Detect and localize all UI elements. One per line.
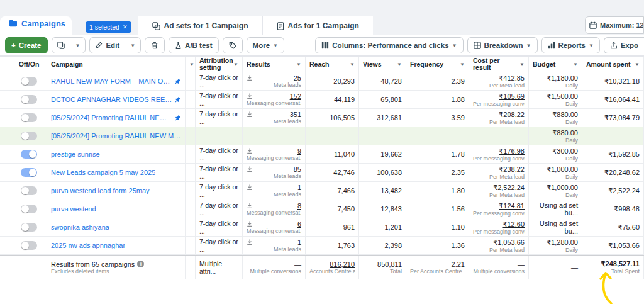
column-header-reach[interactable]: Reach▼	[306, 57, 359, 72]
cell-chart	[186, 72, 196, 90]
table-row: purva westend lead form 25may7-day click…	[0, 182, 644, 200]
cell-off-on	[11, 145, 47, 163]
download-icon[interactable]	[247, 239, 253, 245]
column-header-campaign[interactable]: Campaign	[47, 57, 186, 72]
ab-test-button[interactable]: A/B test	[169, 37, 218, 53]
create-button[interactable]: + Create	[5, 37, 48, 53]
campaign-name-link[interactable]: 2025 nw ads apnnaghar	[51, 242, 181, 249]
campaign-name-link[interactable]: purva westend	[51, 205, 181, 213]
results-value[interactable]: 9	[297, 147, 301, 155]
date-range-button[interactable]: Maximum: 12 Ma	[585, 16, 644, 34]
campaign-toggle[interactable]	[21, 95, 37, 104]
cell-attribution: 7-day click or ...	[196, 91, 243, 108]
reach-value: 7,450	[309, 205, 355, 213]
cost-per-result-value[interactable]: ₹105.69	[473, 93, 525, 101]
download-icon[interactable]	[247, 148, 253, 154]
tag-button[interactable]	[223, 37, 243, 53]
cell-frequency: —	[406, 127, 469, 145]
cost-per-result-value[interactable]: ₹12.60	[473, 220, 525, 228]
columns-button[interactable]: Columns: Performance and clicks ▼	[315, 37, 463, 53]
results-value[interactable]: 152	[290, 93, 301, 100]
budget-value: ₹880.00	[533, 129, 578, 137]
duplicate-button[interactable]	[52, 38, 70, 53]
chevron-down-icon: ▼	[130, 43, 135, 48]
campaign-name-link[interactable]: [05/25/2024] Promoting RAHUL NEW MAY ...	[51, 132, 181, 140]
campaigns-table: Off/OnCampaign▼Attribution setting▼Resul…	[0, 56, 644, 279]
campaign-name-link[interactable]: prestige sunrise	[51, 150, 181, 158]
export-button[interactable]: Expo	[604, 37, 644, 53]
budget-sublabel: Daily	[533, 82, 578, 89]
cell-budget: ₹880.00Daily	[529, 127, 582, 145]
campaign-toggle[interactable]	[21, 241, 37, 250]
campaign-toggle[interactable]	[21, 113, 37, 122]
campaign-toggle[interactable]	[21, 77, 37, 86]
selected-count-badge[interactable]: 1 selected ✕	[86, 21, 131, 33]
frequency-value: 1.78	[410, 150, 465, 158]
chevron-down-icon: ▼	[589, 43, 594, 48]
column-header-results[interactable]: Results▼	[243, 57, 306, 72]
amount-spent-value: ₹1,053.66	[586, 242, 640, 250]
clear-selection-icon[interactable]: ✕	[123, 24, 128, 30]
reports-button[interactable]: Reports ▼	[541, 37, 600, 53]
campaign-name-link[interactable]: purva westend lead form 25may	[51, 187, 181, 194]
download-icon[interactable]	[247, 111, 253, 118]
reach-value: 20,293	[309, 77, 355, 85]
cell-off-on	[11, 72, 47, 90]
tab-ads[interactable]: Ads for 1 Campaign	[262, 16, 373, 35]
columns-icon	[321, 42, 329, 49]
results-value[interactable]: 6	[297, 220, 301, 228]
campaign-name-link[interactable]: DCTOC APNNAGHAR VIDEOS REELS	[51, 96, 181, 103]
column-header-frequency[interactable]: Frequency▼	[406, 57, 469, 72]
delete-button[interactable]	[145, 37, 165, 53]
column-header-off-on[interactable]: Off/On	[11, 57, 47, 72]
column-header-views[interactable]: Views▼	[359, 57, 406, 72]
tab-campaigns[interactable]: Campaigns	[0, 16, 72, 35]
campaign-toggle[interactable]	[21, 150, 37, 159]
footer-off-on	[11, 256, 47, 279]
more-button[interactable]: More ▼	[247, 37, 284, 53]
budget-value: ₹300.00	[533, 147, 578, 155]
edit-menu-button[interactable]: ▼	[125, 38, 140, 53]
column-header-amount-spent[interactable]: Amount spent▼	[582, 57, 644, 72]
download-icon[interactable]	[247, 166, 253, 172]
campaign-name-link[interactable]: [05/25/2024] Promoting RAHUL NEW M...	[51, 114, 181, 121]
results-sublabel: Meta leads	[247, 82, 301, 88]
cost-per-result-value[interactable]: ₹124.81	[473, 202, 525, 210]
column-header-cost-per-result[interactable]: Cost per result▼	[469, 57, 529, 72]
campaign-name-link[interactable]: New Leads campaign 5 may 2025	[51, 169, 181, 176]
download-icon[interactable]	[247, 203, 253, 209]
cell-budget: ₹1,180.00Daily	[529, 72, 582, 90]
download-icon[interactable]	[247, 184, 253, 191]
duplicate-icon	[57, 42, 65, 49]
column-header-chart[interactable]: ▼	[186, 57, 196, 72]
campaign-toggle[interactable]	[21, 186, 37, 195]
cost-per-result-value[interactable]: ₹176.98	[473, 147, 525, 155]
folder-icon	[9, 20, 18, 27]
tab-ad-sets[interactable]: Ad sets for 1 Campaign	[138, 16, 262, 35]
campaign-name-link[interactable]: RAHUL NEW MAY FORM – MAIN ONE	[51, 77, 181, 85]
column-header-label: Off/On	[19, 61, 40, 68]
column-header-budget[interactable]: Budget▼	[529, 57, 582, 72]
column-header-attribution-setting[interactable]: Attribution setting▼	[196, 57, 243, 72]
campaign-toggle[interactable]	[21, 205, 37, 213]
download-icon[interactable]	[247, 93, 253, 99]
row-gutter	[0, 127, 11, 145]
views-value: —	[363, 132, 402, 140]
results-value[interactable]: 8	[297, 202, 301, 210]
campaign-toggle[interactable]	[21, 223, 37, 232]
breakdown-button[interactable]: Breakdown ▼	[467, 37, 538, 53]
cost-per-result-sublabel: Per Meta lead	[473, 192, 525, 198]
campaign-toggle[interactable]	[21, 132, 37, 140]
download-icon[interactable]	[247, 75, 253, 81]
duplicate-menu-button[interactable]: ▼	[70, 38, 86, 53]
info-icon[interactable]: i	[137, 261, 144, 267]
cell-reach: 42,746	[306, 164, 359, 181]
edit-button[interactable]: Edit	[90, 38, 125, 53]
campaign-toggle[interactable]	[21, 168, 37, 177]
cost-per-result-sublabel: Per Meta lead	[473, 247, 525, 253]
footer-reach-value[interactable]: 816,210	[309, 261, 355, 268]
download-icon[interactable]	[247, 221, 253, 227]
export-button-label: Expo	[621, 42, 638, 49]
results-value: 351	[290, 111, 301, 118]
campaign-name-link[interactable]: swopnika ashiyana	[51, 223, 181, 231]
